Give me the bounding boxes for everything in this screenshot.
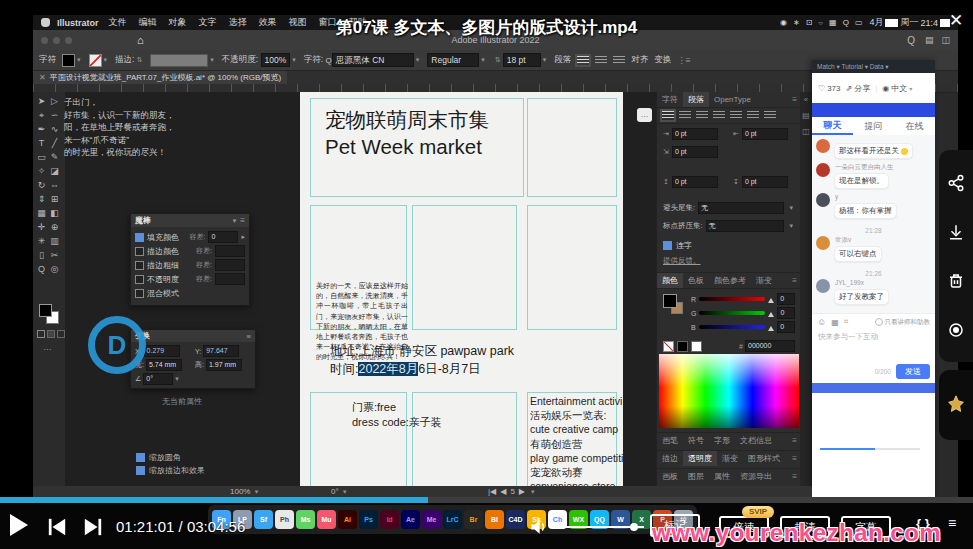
opacity-control[interactable]: 不透明度: 100%▾ — [222, 53, 298, 67]
lasso-tool-icon[interactable]: ∽ — [48, 108, 61, 122]
fill-proxy-swatch[interactable] — [39, 304, 52, 317]
magic-wand-panel-header[interactable]: 魔棒 ▾ ≡ — [131, 214, 249, 227]
send-button[interactable]: 发送 — [896, 364, 930, 379]
transform-panel-link[interactable]: 变换 — [654, 54, 671, 66]
artboard-navigation[interactable]: |◀◀5▶▾ — [488, 487, 537, 496]
dock-app-Ph[interactable]: Ph — [275, 510, 294, 529]
left-indent-field[interactable]: ⇥0 pt — [663, 128, 718, 140]
right-indent-field[interactable]: ⇤0 pt — [733, 128, 788, 140]
panel-tab-资源导出[interactable]: 资源导出 — [735, 469, 777, 484]
magic-wand-row[interactable]: 描边粗细容差: — [135, 258, 245, 272]
eyedropper-tool-icon[interactable]: ✛ — [35, 220, 48, 234]
r-slider[interactable]: R0 — [691, 292, 795, 306]
layout-box[interactable] — [527, 98, 617, 197]
font-style-control[interactable]: Regular▾ — [427, 53, 487, 67]
panel-dock-icon[interactable]: ◫ — [800, 124, 812, 140]
stepper-icon[interactable]: ▸ — [241, 233, 245, 241]
avatar[interactable] — [816, 163, 830, 177]
justify-center-icon[interactable] — [730, 111, 742, 120]
panel-tab-属性[interactable]: 属性 — [709, 469, 735, 484]
download-icon[interactable] — [947, 223, 965, 241]
language-select[interactable]: ◉中文▾ — [882, 83, 912, 94]
tolerance-value[interactable] — [215, 259, 245, 271]
align-center-icon[interactable] — [595, 56, 607, 65]
collapse-panel-icon[interactable]: ▾ — [233, 217, 237, 225]
panel-tab-颜色[interactable]: 颜色 — [657, 273, 683, 288]
dock-app-Ai[interactable]: Ai — [338, 510, 357, 529]
checkbox[interactable] — [135, 233, 144, 242]
tolerance-value[interactable]: 0 — [208, 231, 238, 243]
color-spectrum[interactable] — [659, 354, 799, 428]
dock-app-Sf[interactable]: Sf — [254, 510, 273, 529]
scale-tool-icon[interactable]: ⇔ — [48, 178, 61, 192]
checkbox[interactable] — [135, 275, 144, 284]
black-swatch[interactable] — [677, 341, 688, 352]
chat-input-field[interactable]: 快来参与一下互动 — [812, 330, 935, 344]
justify-all-icon[interactable] — [764, 111, 776, 120]
type-tool-icon[interactable]: T — [35, 136, 48, 150]
like-button[interactable]: ♡373 — [818, 84, 841, 93]
close-tab-icon[interactable]: ✕ — [39, 73, 46, 82]
transform-w-field[interactable]: 宽: 5.74 mm — [135, 359, 191, 371]
gradient-tool-icon[interactable]: ◧ — [48, 206, 61, 220]
panel-menu-icon[interactable]: ≡ — [247, 332, 251, 341]
g-slider[interactable]: G0 — [691, 306, 795, 320]
slice-tool-icon[interactable]: ✂ — [48, 248, 61, 262]
b-slider[interactable]: B0 — [691, 320, 795, 334]
close-overlay-icon[interactable]: ✕ — [949, 10, 963, 31]
transform-h-field[interactable]: 高: 1.97 mm — [195, 359, 251, 371]
dock-app-Me[interactable]: Me — [422, 510, 441, 529]
checkbox[interactable] — [135, 289, 144, 298]
pen-tool-icon[interactable]: ✒ — [35, 122, 48, 136]
align-left-icon[interactable] — [577, 56, 589, 65]
mesh-tool-icon[interactable]: ▦ — [35, 206, 48, 220]
panel-tab-段落[interactable]: 段落 — [683, 92, 709, 107]
tolerance-value[interactable] — [215, 245, 245, 257]
magic-wand-row[interactable]: 填充颜色容差:0▸ — [135, 230, 245, 244]
dock-app-Mu[interactable]: Mu — [317, 510, 336, 529]
dock-app-C4D[interactable]: C4D — [506, 510, 525, 529]
panel-tab-透明度[interactable]: 透明度 — [683, 451, 717, 466]
panel-tab-图形样式[interactable]: 图形样式 — [743, 451, 785, 466]
emoji-icon[interactable]: ☺ — [817, 317, 826, 327]
align-panel-link[interactable]: 对齐 — [631, 54, 648, 66]
width-tool-icon[interactable]: ⇕ — [35, 192, 48, 206]
stroke-weight-control[interactable]: 描边:⇅ — [115, 54, 144, 66]
artboard-tool-icon[interactable]: ▯ — [35, 248, 48, 262]
panel-tab-图层[interactable]: 图层 — [683, 469, 709, 484]
align-left-icon[interactable] — [662, 111, 674, 120]
panel-tab-渐变[interactable]: 渐变 — [717, 451, 743, 466]
blend-tool-icon[interactable]: ⊕ — [48, 220, 61, 234]
symbol-sprayer-tool-icon[interactable]: ✳ — [35, 234, 48, 248]
dock-app-LrC[interactable]: LrC — [443, 510, 462, 529]
avatar[interactable] — [816, 279, 830, 293]
dock-app-Bl[interactable]: Bl — [485, 510, 504, 529]
checkbox[interactable] — [135, 247, 144, 256]
font-family-control[interactable]: 字符: Q思源黑体 CN▾ — [304, 53, 422, 67]
stroke-color-swatch[interactable]: ▾ — [89, 54, 110, 67]
rotation-select[interactable]: 0° ▾ — [331, 487, 348, 496]
paintbrush-tool-icon[interactable]: ✎ — [48, 150, 61, 164]
free-transform-tool-icon[interactable]: ⊞ — [48, 192, 61, 206]
magic-wand-row[interactable]: 混合模式 — [135, 286, 245, 300]
draw-mode-icons[interactable] — [37, 330, 65, 338]
align-center-icon[interactable] — [679, 111, 691, 120]
dock-app-Ae[interactable]: Ae — [401, 510, 420, 529]
panel-tab-符号[interactable]: 符号 — [683, 433, 709, 448]
scale-strokes-checkbox[interactable]: 缩放描边和效果 — [136, 464, 205, 477]
record-icon[interactable] — [947, 321, 965, 339]
color-proxy-swatches[interactable] — [663, 294, 685, 316]
tab-chat[interactable]: 聊天 — [812, 117, 853, 135]
rotate-tool-icon[interactable]: ↻ — [35, 178, 48, 192]
justify-left-icon[interactable] — [713, 111, 725, 120]
panel-tab-文档信息[interactable]: 文档信息 — [735, 433, 777, 448]
kinsoku-select[interactable]: 避头尾集: 无▾ — [663, 202, 795, 214]
document-tab[interactable]: ✕ 平面设计视觉就业班_PART.07_作业模板.ai* @ 100% (RGB… — [33, 71, 287, 84]
feedback-link[interactable]: 提供反馈。 — [663, 256, 701, 266]
dock-app-Id[interactable]: Id — [380, 510, 399, 529]
panel-tab-字形[interactable]: 字形 — [709, 433, 735, 448]
zoom-tool-icon[interactable]: Q — [35, 262, 48, 276]
volume-icon[interactable] — [528, 517, 548, 537]
tab-questions[interactable]: 提问 — [853, 118, 894, 134]
panel-tab-OpenType[interactable]: OpenType — [709, 93, 756, 106]
